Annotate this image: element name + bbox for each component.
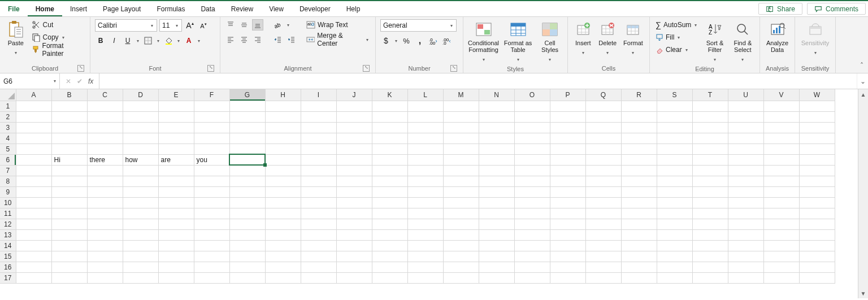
cell[interactable] [728, 176, 763, 186]
cell[interactable] [229, 144, 265, 154]
cell[interactable] [123, 197, 158, 208]
cell[interactable] [407, 176, 443, 186]
cell[interactable] [692, 251, 728, 262]
expand-formula-bar-button[interactable]: ⌄ [857, 73, 868, 89]
cell[interactable] [799, 208, 835, 219]
cell[interactable] [514, 229, 550, 240]
cell[interactable] [123, 251, 158, 262]
cell[interactable] [550, 229, 585, 240]
cell[interactable] [51, 133, 87, 144]
tab-insert[interactable]: Insert [62, 1, 95, 16]
row-header[interactable]: 5 [0, 144, 16, 154]
cell[interactable] [728, 208, 763, 219]
cell[interactable] [479, 122, 514, 133]
cell[interactable] [657, 208, 692, 219]
cell[interactable] [585, 122, 621, 133]
row-header[interactable]: 6 [0, 154, 16, 165]
cell[interactable] [657, 229, 692, 240]
cell[interactable] [728, 197, 763, 208]
cell[interactable] [301, 186, 336, 197]
cell[interactable] [229, 101, 265, 111]
decrease-indent-button[interactable] [272, 34, 284, 45]
cell[interactable] [265, 176, 301, 186]
cell[interactable] [158, 186, 194, 197]
cell[interactable] [585, 272, 621, 283]
cell[interactable] [407, 122, 443, 133]
cell[interactable] [123, 144, 158, 154]
name-box[interactable]: G6 ▾ [0, 73, 60, 89]
cell[interactable] [87, 219, 123, 229]
cell[interactable] [265, 154, 301, 165]
cell[interactable] [763, 186, 799, 197]
cell[interactable] [265, 208, 301, 219]
cell[interactable] [265, 219, 301, 229]
cell[interactable] [550, 122, 585, 133]
cell[interactable] [51, 101, 87, 111]
cell[interactable] [585, 208, 621, 219]
cell[interactable] [692, 219, 728, 229]
dialog-launcher-icon[interactable]: ⤡ [77, 65, 84, 72]
cell[interactable] [585, 176, 621, 186]
cell[interactable] [51, 165, 87, 176]
row-header[interactable]: 7 [0, 165, 16, 176]
sort-filter-button[interactable]: AZ Sort & Filter▾ [702, 19, 727, 66]
cell[interactable] [123, 133, 158, 144]
cell[interactable] [16, 133, 51, 144]
share-button[interactable]: Share [758, 3, 802, 15]
cell[interactable] [87, 197, 123, 208]
cell[interactable] [336, 101, 372, 111]
cell[interactable] [51, 197, 87, 208]
cell[interactable] [51, 111, 87, 122]
cell[interactable] [763, 208, 799, 219]
cell[interactable] [692, 262, 728, 272]
cell[interactable] [514, 262, 550, 272]
cell[interactable] [443, 154, 479, 165]
cell[interactable] [336, 154, 372, 165]
cell[interactable] [799, 197, 835, 208]
cell[interactable] [301, 219, 336, 229]
cell[interactable] [336, 144, 372, 154]
cell[interactable] [443, 229, 479, 240]
cell[interactable] [336, 240, 372, 251]
cell[interactable] [336, 251, 372, 262]
cell[interactable] [514, 219, 550, 229]
cell[interactable] [657, 186, 692, 197]
spreadsheet-grid[interactable]: ABCDEFGHIJKLMNOPQRSTUVW 123456Hitherehow… [0, 89, 835, 284]
cell[interactable] [372, 101, 407, 111]
cell[interactable] [550, 219, 585, 229]
cell[interactable] [443, 176, 479, 186]
cell[interactable] [443, 186, 479, 197]
column-header[interactable]: I [301, 89, 336, 101]
cell[interactable] [799, 122, 835, 133]
cell[interactable] [301, 197, 336, 208]
cell[interactable] [657, 165, 692, 176]
cell[interactable] [51, 272, 87, 283]
cell[interactable] [763, 122, 799, 133]
cell[interactable] [301, 122, 336, 133]
comments-button[interactable]: Comments [807, 3, 866, 15]
cell[interactable] [657, 122, 692, 133]
cell[interactable] [443, 144, 479, 154]
cell[interactable] [621, 111, 657, 122]
cell[interactable] [621, 176, 657, 186]
cell[interactable] [407, 208, 443, 219]
cell[interactable] [657, 262, 692, 272]
cell[interactable] [301, 240, 336, 251]
cell[interactable] [799, 111, 835, 122]
column-header[interactable]: N [479, 89, 514, 101]
cell[interactable] [372, 176, 407, 186]
cell[interactable] [229, 240, 265, 251]
cell[interactable] [479, 176, 514, 186]
cell[interactable] [158, 144, 194, 154]
cell[interactable] [728, 240, 763, 251]
cell[interactable] [372, 165, 407, 176]
cell[interactable] [229, 208, 265, 219]
cell[interactable] [514, 186, 550, 197]
cell[interactable] [229, 229, 265, 240]
cell[interactable] [763, 251, 799, 262]
cell[interactable] [51, 240, 87, 251]
cell[interactable] [621, 101, 657, 111]
cell[interactable] [514, 133, 550, 144]
cell[interactable] [479, 165, 514, 176]
row-header[interactable]: 16 [0, 262, 16, 272]
